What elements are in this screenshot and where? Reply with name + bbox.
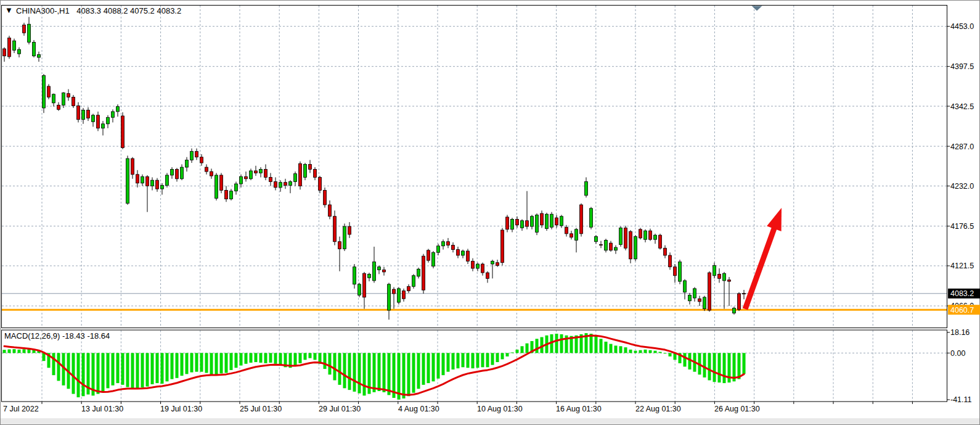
candle-body xyxy=(43,75,46,108)
candle-body xyxy=(200,157,203,163)
candle-body xyxy=(3,49,6,56)
candle-body xyxy=(333,217,337,242)
candle-body xyxy=(38,54,41,57)
candle-body xyxy=(442,242,445,246)
candle-body xyxy=(659,235,662,248)
time-axis-label: 16 Aug 01:30 xyxy=(556,405,602,413)
candle-body xyxy=(358,284,361,295)
macd-histogram-bar xyxy=(388,353,391,395)
macd-axis-label: 0.00 xyxy=(950,349,965,358)
macd-histogram-bar xyxy=(536,339,539,353)
macd-histogram-bar xyxy=(116,353,120,383)
chart-canvas[interactable]: 4453.04397.54342.54287.04232.04176.54121… xyxy=(0,0,980,425)
macd-histogram-bar xyxy=(738,353,741,379)
candle-body xyxy=(259,170,263,173)
candle-body xyxy=(521,221,524,228)
candle-body xyxy=(698,299,701,302)
candle-body xyxy=(496,263,499,266)
macd-histogram-bar xyxy=(442,353,445,375)
macd-histogram-bar xyxy=(708,353,711,380)
macd-histogram-bar xyxy=(186,353,189,374)
candle-body xyxy=(447,242,450,246)
macd-histogram-bar xyxy=(151,353,154,384)
macd-histogram-bar xyxy=(639,350,642,353)
macd-histogram-bar xyxy=(521,346,524,353)
candle-body xyxy=(595,237,598,242)
candle-body xyxy=(432,252,435,266)
macd-histogram-bar xyxy=(462,353,465,367)
candle-body xyxy=(486,273,489,278)
candle-body xyxy=(590,208,593,227)
candle-body xyxy=(728,280,731,281)
macd-histogram-bar xyxy=(560,334,563,353)
candle-body xyxy=(560,217,563,226)
macd-histogram-bar xyxy=(684,353,687,366)
macd-histogram-bar xyxy=(600,339,603,353)
time-axis-label: 13 Jul 01:30 xyxy=(81,405,123,413)
candle-body xyxy=(329,205,332,217)
candle-body xyxy=(190,151,194,160)
macd-histogram-bar xyxy=(338,353,341,385)
macd-histogram-bar xyxy=(619,346,623,353)
candle-body xyxy=(437,246,440,253)
time-axis-label: 10 Aug 01:30 xyxy=(477,405,523,413)
candle-body xyxy=(481,264,484,273)
macd-histogram-bar xyxy=(526,344,529,353)
price-axis-label: 4397.5 xyxy=(950,62,974,71)
macd-histogram-bar xyxy=(3,350,6,353)
macd-histogram-bar xyxy=(486,353,489,367)
candle-body xyxy=(378,267,381,270)
macd-histogram-bar xyxy=(82,353,85,396)
macd-histogram-bar xyxy=(713,353,716,382)
macd-histogram-bar xyxy=(250,353,253,363)
candle-body xyxy=(146,176,149,186)
candle-body xyxy=(107,117,110,124)
macd-histogram-bar xyxy=(200,353,203,371)
candle-body xyxy=(304,164,307,177)
macd-histogram-bar xyxy=(506,353,509,357)
candle-body xyxy=(57,105,60,109)
macd-histogram-bar xyxy=(13,349,16,353)
candle-body xyxy=(743,294,746,294)
macd-axis-label: 18.16 xyxy=(950,328,970,337)
macd-indicator-label: MACD(12,26,9) -18.43 -18.64 xyxy=(4,331,110,340)
macd-histogram-bar xyxy=(432,353,435,381)
candle-body xyxy=(126,159,129,204)
macd-histogram-bar xyxy=(112,353,115,385)
time-axis-label: 29 Jul 01:30 xyxy=(319,405,361,413)
macd-histogram-bar xyxy=(304,353,307,360)
candle-body xyxy=(240,176,243,184)
macd-histogram-bar xyxy=(314,353,317,360)
candle-body xyxy=(634,237,637,259)
quote-ohlc-label: 4083.3 4088.2 4075.2 4083.2 xyxy=(76,6,181,15)
macd-axis-label: -41.11 xyxy=(950,395,972,404)
candle-body xyxy=(585,182,588,196)
candle-body xyxy=(156,180,159,189)
macd-histogram-bar xyxy=(136,353,139,389)
candle-body xyxy=(718,274,721,278)
candle-body xyxy=(516,219,519,225)
candle-body xyxy=(62,93,65,105)
candle-body xyxy=(131,159,134,175)
candle-body xyxy=(541,213,544,225)
candle-body xyxy=(644,231,647,239)
hline-price-badge-label: 4060.7 xyxy=(950,306,974,315)
symbol-dropdown-icon[interactable]: ▼ xyxy=(5,6,13,15)
macd-histogram-bar xyxy=(491,353,494,365)
macd-histogram-bar xyxy=(156,353,159,383)
candle-body xyxy=(669,255,672,267)
candle-body xyxy=(279,183,282,188)
candle-body xyxy=(72,97,75,105)
time-axis-label: 22 Aug 01:30 xyxy=(635,405,681,413)
candle-body xyxy=(220,175,223,191)
candle-body xyxy=(23,25,26,33)
macd-histogram-bar xyxy=(373,353,376,392)
candle-body xyxy=(299,163,302,186)
macd-histogram-bar xyxy=(324,353,327,369)
candle-body xyxy=(319,177,322,190)
macd-histogram-bar xyxy=(255,353,258,362)
candle-body xyxy=(205,167,208,171)
candle-body xyxy=(215,175,218,198)
candle-body xyxy=(427,250,430,260)
candle-body xyxy=(467,251,470,261)
